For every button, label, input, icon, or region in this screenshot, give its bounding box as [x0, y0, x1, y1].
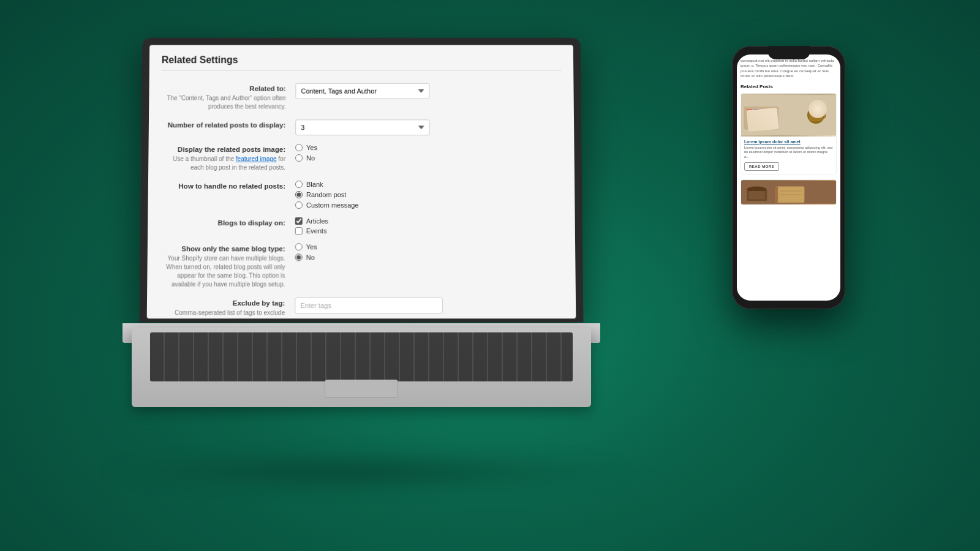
phone-device: consequat nisi elit proident in nulla fa…: [732, 46, 845, 309]
display-image-hint: Use a thumbnail of the featured image fo…: [160, 155, 285, 172]
blogs-display-control: Articles Events: [295, 217, 563, 234]
exclude-tag-hint: Comma-seperated list of tags to exclude …: [159, 309, 285, 318]
svg-rect-1: [744, 106, 778, 129]
related-to-label: Related to: The "Content, Tags and Autho…: [161, 83, 295, 111]
display-image-yes-radio[interactable]: [295, 144, 303, 151]
no-related-custom[interactable]: Custom message: [295, 201, 563, 209]
laptop-device: Related Settings Related to: The "Conten…: [123, 37, 600, 514]
phone-card-1: Lorem ipsum dolor sit amet Lorem ipsum d…: [741, 93, 837, 174]
phone-notch: [767, 46, 810, 59]
exclude-tag-input[interactable]: [295, 298, 443, 313]
phone-lorem-text: consequat nisi elit proident in nulla fa…: [741, 58, 837, 79]
display-image-row: Display the related posts image: Use a t…: [160, 144, 562, 172]
phone-card-2: [741, 179, 837, 205]
phone-card-image-1: [741, 94, 836, 137]
same-blog-control: Yes No: [295, 243, 564, 261]
settings-panel: Related Settings Related to: The "Conten…: [147, 45, 576, 319]
svg-rect-3: [754, 109, 760, 113]
blogs-articles[interactable]: Articles: [295, 217, 563, 225]
no-related-label: How to handle no related posts:: [160, 181, 295, 190]
no-related-blank-radio[interactable]: [295, 181, 303, 188]
same-blog-yes-radio[interactable]: [295, 243, 303, 250]
phone-card-1-body: Lorem ipsum dolor sit amet Lorem ipsum d…: [741, 137, 836, 174]
num-posts-select[interactable]: 3: [295, 119, 430, 135]
laptop-screen-outer: Related Settings Related to: The "Conten…: [140, 38, 584, 323]
display-image-control: Yes No: [295, 144, 562, 162]
num-posts-label: Number of related posts to display:: [161, 119, 296, 129]
phone-card-image-2: [741, 180, 836, 204]
svg-rect-2: [747, 109, 752, 113]
svg-rect-9: [809, 111, 823, 121]
blogs-display-label: Blogs to display on:: [160, 217, 295, 227]
card-image-svg-2: [741, 180, 836, 204]
touchpad: [325, 380, 398, 398]
no-related-blank[interactable]: Blank: [295, 181, 562, 188]
display-image-no-radio[interactable]: [295, 154, 303, 162]
laptop-screen-inner: Related Settings Related to: The "Conten…: [147, 45, 576, 319]
keyboard-keys: [150, 332, 573, 381]
no-related-random[interactable]: Random post: [295, 191, 562, 198]
display-image-yes[interactable]: Yes: [295, 144, 562, 151]
svg-rect-6: [754, 114, 760, 118]
blogs-events[interactable]: Events: [295, 227, 563, 234]
same-blog-hint: Your Shopify store can have multiple blo…: [159, 254, 285, 288]
no-related-custom-radio[interactable]: [295, 201, 303, 209]
related-to-row: Related to: The "Content, Tags and Autho…: [161, 83, 562, 111]
card-image-svg-1: [741, 94, 836, 137]
num-posts-control: 3: [295, 119, 562, 135]
svg-rect-0: [741, 95, 836, 135]
same-blog-no[interactable]: No: [295, 253, 564, 261]
svg-rect-7: [761, 114, 766, 118]
featured-image-link[interactable]: featured image: [236, 156, 277, 162]
phone-read-more-button[interactable]: READ MORE: [744, 162, 779, 171]
no-related-control: Blank Random post Custom message: [295, 181, 563, 209]
blogs-display-row: Blogs to display on: Articles Events: [160, 217, 563, 234]
same-blog-row: Show only the same blog type: Your Shopi…: [159, 243, 563, 289]
phone-card-1-title: Lorem ipsum dolor sit amet: [744, 140, 833, 144]
no-related-random-radio[interactable]: [295, 191, 303, 198]
no-related-row: How to handle no related posts: Blank Ra…: [160, 181, 563, 209]
keyboard-area: [132, 328, 591, 407]
phone-screen: consequat nisi elit proident in nulla fa…: [737, 54, 840, 301]
same-blog-yes[interactable]: Yes: [295, 243, 563, 250]
num-posts-row: Number of related posts to display: 3: [161, 119, 562, 135]
related-to-select[interactable]: Content, Tags and Author: [295, 83, 429, 99]
exclude-tag-label: Exclude by tag: Comma-seperated list of …: [159, 298, 295, 318]
svg-rect-5: [747, 114, 752, 118]
phone-related-posts-title: Related Posts: [741, 84, 837, 89]
display-image-no[interactable]: No: [295, 154, 562, 162]
phone-body: consequat nisi elit proident in nulla fa…: [732, 46, 845, 309]
phone-card-1-text: Lorem ipsum dolor sit amet, consectetur …: [744, 146, 833, 160]
articles-checkbox[interactable]: [295, 217, 303, 225]
svg-point-11: [809, 108, 823, 113]
svg-rect-17: [775, 186, 778, 202]
settings-title: Related Settings: [162, 54, 562, 71]
display-image-label: Display the related posts image: Use a t…: [160, 144, 295, 172]
svg-rect-15: [748, 191, 764, 199]
phone-content: consequat nisi elit proident in nulla fa…: [737, 54, 840, 214]
exclude-tag-control: [295, 298, 564, 313]
exclude-tag-row: Exclude by tag: Comma-seperated list of …: [159, 298, 564, 318]
related-to-hint: The "Content, Tags and Author" option of…: [161, 94, 285, 111]
svg-rect-4: [761, 109, 766, 113]
events-checkbox[interactable]: [295, 227, 303, 234]
related-to-control: Content, Tags and Author: [295, 83, 561, 99]
same-blog-label: Show only the same blog type: Your Shopi…: [159, 243, 295, 289]
same-blog-no-radio[interactable]: [295, 253, 303, 261]
